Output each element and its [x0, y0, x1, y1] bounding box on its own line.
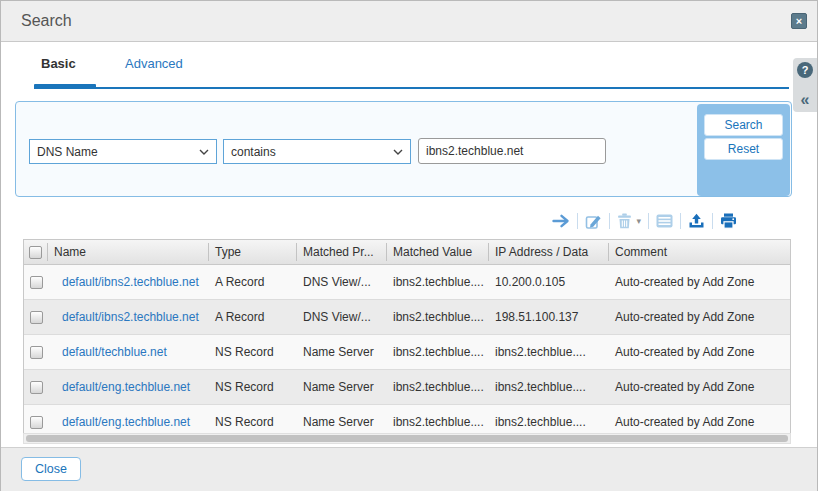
results-toolbar: ▾ [545, 207, 744, 235]
dialog-footer: Close [1, 447, 817, 491]
cell-type: NS Record [209, 380, 297, 394]
column-header-ip-address[interactable]: IP Address / Data [489, 243, 609, 261]
cell-matched-property: DNS View/... [297, 275, 387, 289]
cell-comment: Auto-created by Add Zone [609, 310, 790, 324]
cell-name: default/techblue.net [48, 345, 209, 359]
search-dialog: Search × Basic Advanced ? « DNS Name con… [0, 0, 818, 491]
table-row[interactable]: default/ibns2.techblue.net A Record DNS … [24, 300, 790, 335]
cell-name: default/ibns2.techblue.net [48, 275, 209, 289]
cell-matched-property: DNS View/... [297, 310, 387, 324]
table-row[interactable]: default/eng.techblue.net NS Record Name … [24, 370, 790, 405]
print-icon[interactable] [713, 213, 744, 229]
select-all-header [24, 243, 48, 261]
cell-matched-value: ibns2.techblue.... [387, 415, 489, 429]
record-name-link[interactable]: default/eng.techblue.net [62, 415, 190, 429]
horizontal-scrollbar [23, 433, 791, 444]
cell-matched-value: ibns2.techblue.... [387, 380, 489, 394]
cell-matched-property: Name Server [297, 380, 387, 394]
side-help-panel: ? « [793, 58, 817, 112]
cell-ip-address: ibns2.techblue.... [489, 345, 609, 359]
cell-comment: Auto-created by Add Zone [609, 275, 790, 289]
chevron-down-icon [393, 149, 403, 155]
column-header-name[interactable]: Name [48, 243, 209, 261]
field-dropdown-value: DNS Name [37, 145, 98, 159]
operator-dropdown-value: contains [231, 145, 276, 159]
cell-ip-address: ibns2.techblue.... [489, 415, 609, 429]
table-body: default/ibns2.techblue.net A Record DNS … [24, 265, 790, 439]
cell-matched-property: Name Server [297, 345, 387, 359]
select-all-checkbox[interactable] [29, 246, 42, 259]
tab-bar: Basic Advanced [1, 42, 817, 90]
tab-advanced[interactable]: Advanced [125, 56, 183, 71]
search-criteria-panel: DNS Name contains Search Reset [15, 101, 792, 197]
delete-dropdown-caret[interactable]: ▾ [636, 216, 641, 226]
cell-matched-value: ibns2.techblue.... [387, 345, 489, 359]
table-header-row: Name Type Matched Pr... Matched Value IP… [24, 240, 790, 265]
row-checkbox-cell [24, 381, 48, 394]
column-header-type[interactable]: Type [209, 243, 297, 261]
dialog-title: Search [21, 12, 72, 30]
search-value-input[interactable] [418, 138, 606, 164]
cell-comment: Auto-created by Add Zone [609, 345, 790, 359]
column-header-comment[interactable]: Comment [609, 243, 790, 261]
record-name-link[interactable]: default/techblue.net [62, 345, 167, 359]
column-header-matched-value[interactable]: Matched Value [387, 243, 489, 261]
row-checkbox-cell [24, 311, 48, 324]
help-icon[interactable]: ? [797, 62, 813, 78]
cell-name: default/ibns2.techblue.net [48, 310, 209, 324]
tab-underline [34, 87, 789, 89]
cell-matched-value: ibns2.techblue.... [387, 310, 489, 324]
row-checkbox[interactable] [30, 381, 43, 394]
dialog-titlebar: Search × [1, 1, 817, 42]
table-row[interactable]: default/techblue.net NS Record Name Serv… [24, 335, 790, 370]
record-name-link[interactable]: default/ibns2.techblue.net [62, 310, 199, 324]
row-checkbox[interactable] [30, 416, 43, 429]
cell-type: A Record [209, 275, 297, 289]
cell-comment: Auto-created by Add Zone [609, 380, 790, 394]
chevron-down-icon [199, 149, 209, 155]
field-dropdown[interactable]: DNS Name [29, 139, 217, 164]
edit-icon[interactable] [578, 213, 609, 230]
dialog-close-icon[interactable]: × [791, 13, 807, 29]
delete-icon[interactable]: ▾ [610, 213, 648, 229]
horizontal-scrollbar-thumb[interactable] [26, 435, 788, 442]
cell-ip-address: ibns2.techblue.... [489, 380, 609, 394]
cell-type: A Record [209, 310, 297, 324]
operator-dropdown[interactable]: contains [223, 139, 411, 164]
cell-comment: Auto-created by Add Zone [609, 415, 790, 429]
table-row[interactable]: default/ibns2.techblue.net A Record DNS … [24, 265, 790, 300]
close-button[interactable]: Close [21, 457, 81, 481]
record-name-link[interactable]: default/eng.techblue.net [62, 380, 190, 394]
results-table: Name Type Matched Pr... Matched Value IP… [23, 239, 791, 440]
active-tab-indicator [34, 84, 96, 89]
row-checkbox[interactable] [30, 276, 43, 289]
row-checkbox-cell [24, 416, 48, 429]
cell-matched-value: ibns2.techblue.... [387, 275, 489, 289]
column-header-matched-property[interactable]: Matched Pr... [297, 243, 387, 261]
cell-ip-address: 198.51.100.137 [489, 310, 609, 324]
cell-type: NS Record [209, 415, 297, 429]
reset-button[interactable]: Reset [704, 138, 783, 160]
cell-name: default/eng.techblue.net [48, 380, 209, 394]
cell-matched-property: Name Server [297, 415, 387, 429]
row-checkbox-cell [24, 276, 48, 289]
search-button[interactable]: Search [704, 114, 783, 136]
row-checkbox[interactable] [30, 346, 43, 359]
row-checkbox-cell [24, 346, 48, 359]
row-checkbox[interactable] [30, 311, 43, 324]
cell-name: default/eng.techblue.net [48, 415, 209, 429]
collapse-panel-icon[interactable]: « [801, 92, 810, 108]
export-icon[interactable] [681, 213, 712, 229]
cell-ip-address: 10.200.0.105 [489, 275, 609, 289]
column-settings-icon[interactable] [649, 214, 680, 228]
tab-basic[interactable]: Basic [41, 56, 76, 71]
record-name-link[interactable]: default/ibns2.techblue.net [62, 275, 199, 289]
search-button-panel: Search Reset [697, 104, 790, 196]
go-to-arrow-icon[interactable] [545, 214, 577, 228]
cell-type: NS Record [209, 345, 297, 359]
